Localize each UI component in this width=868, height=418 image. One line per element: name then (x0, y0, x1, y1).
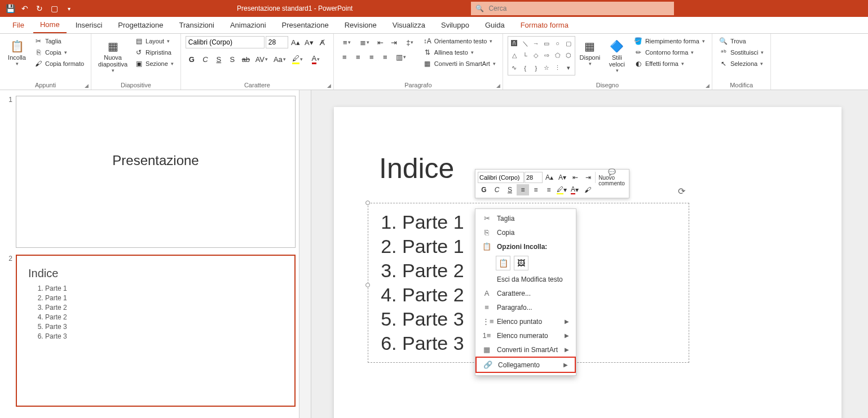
increase-indent-button[interactable]: ⇥ (388, 36, 400, 48)
shapes-gallery[interactable]: 🅰 ＼ → ▭ ○ ▢ △ └ ◇ ⇨ ⬠ ⬡ ∿ { } ☆ ⋮ ▾ (508, 36, 575, 75)
dialog-launcher-icon[interactable]: ◢ (327, 83, 331, 88)
tab-presentazione[interactable]: Presentazione (275, 17, 336, 33)
paste-button[interactable]: 📋 Incolla ▾ (5, 36, 29, 69)
dialog-launcher-icon[interactable]: ◢ (706, 83, 710, 88)
tab-revisione[interactable]: Revisione (338, 17, 384, 33)
ctx-cut[interactable]: ✂Taglia (475, 211, 576, 225)
ctx-copy[interactable]: ⎘Copia (475, 225, 576, 239)
thumbnail-2[interactable]: 2 Indice Parte 1 Parte 1 Parte 2 Parte 2… (3, 255, 296, 407)
shape-fill-button[interactable]: 🪣Riempimento forma▾ (632, 36, 707, 46)
shape-more-icon[interactable]: ⋮ (553, 62, 563, 74)
rotate-handle-icon[interactable]: ⟳ (678, 186, 685, 197)
select-button[interactable]: ↖Seleziona▾ (717, 59, 766, 69)
text-direction-button[interactable]: ↕AOrientamento testo▾ (421, 36, 498, 46)
search-box[interactable]: 🔍 (471, 2, 674, 15)
shape-line-icon[interactable]: ＼ (520, 38, 530, 50)
thumbnail-1[interactable]: 1 Presentazione (3, 96, 296, 248)
selection-handle[interactable] (365, 283, 370, 287)
quick-styles-button[interactable]: 🔷 Stili veloci▾ (605, 36, 629, 75)
dialog-launcher-icon[interactable]: ◢ (85, 83, 89, 88)
char-spacing-button[interactable]: AV▾ (253, 53, 270, 65)
mini-bold-button[interactable]: G (478, 184, 490, 195)
justify-button[interactable]: ≡ (379, 51, 391, 63)
slide-title-text[interactable]: Indice (379, 152, 454, 185)
line-spacing-button[interactable]: ‡▾ (402, 36, 418, 48)
underline-button[interactable]: S (213, 53, 225, 65)
tab-guida[interactable]: Guida (478, 17, 512, 33)
slide-thumbnails-panel[interactable]: 1 Presentazione 2 Indice Parte 1 Parte 1… (0, 90, 299, 418)
columns-button[interactable]: ▥▾ (393, 51, 409, 63)
shape-roundrect-icon[interactable]: ▢ (563, 38, 574, 50)
ctx-smartart[interactable]: ▦Converti in SmartArt▶ (475, 343, 576, 357)
ctx-font[interactable]: ACarattere... (475, 286, 576, 300)
slideshow-icon[interactable]: ▢ (47, 2, 61, 15)
mini-align-center-button[interactable]: ≡ (530, 184, 542, 195)
shape-curve-icon[interactable]: ∿ (509, 62, 519, 74)
paste-picture-icon[interactable]: 🖼 (514, 256, 528, 270)
mini-font-color-button[interactable]: A▾ (569, 184, 581, 195)
strikethrough-button[interactable]: ab (240, 53, 252, 65)
mini-new-comment-button[interactable]: 💬 Nuovo commento (595, 172, 627, 183)
mini-format-painter-button[interactable]: 🖌 (581, 184, 594, 195)
arrange-button[interactable]: ▦ Disponi▾ (578, 36, 602, 69)
layout-button[interactable]: ▤Layout▾ (132, 36, 176, 46)
shape-rect-icon[interactable]: ▭ (541, 38, 552, 50)
numbering-button[interactable]: ≣▾ (356, 36, 373, 48)
mini-indent-right-icon[interactable]: ⇥ (582, 172, 594, 183)
shadow-button[interactable]: S (226, 53, 239, 65)
tab-transizioni[interactable]: Transizioni (173, 17, 221, 33)
mini-increase-font-icon[interactable]: A▴ (543, 172, 556, 183)
shape-arrow-icon[interactable]: → (531, 38, 541, 50)
font-family-select[interactable] (186, 36, 265, 48)
shape-star-icon[interactable]: ☆ (541, 62, 552, 74)
mini-indent-left-icon[interactable]: ⇤ (569, 172, 581, 183)
change-case-button[interactable]: Aa▾ (271, 53, 288, 65)
bullets-button[interactable]: ≡▾ (338, 36, 355, 48)
qat-more-icon[interactable]: ▾ (62, 2, 76, 15)
shape-hexagon-icon[interactable]: ⬡ (563, 50, 574, 62)
mini-underline-button[interactable]: S (504, 184, 516, 195)
ctx-exit-edit-text[interactable]: Esci da Modifica testo (475, 273, 576, 286)
slide-canvas[interactable]: Indice ⟳ Parte 1 Parte 1 Parte 2 Parte 2… (334, 107, 841, 418)
convert-smartart-button[interactable]: ▦Converti in SmartArt▾ (421, 59, 498, 69)
tab-animazioni[interactable]: Animazioni (223, 17, 273, 33)
paste-keep-source-icon[interactable]: 📋 (496, 256, 510, 270)
dialog-launcher-icon[interactable]: ◢ (496, 83, 500, 88)
font-size-select[interactable] (266, 36, 288, 48)
slide-editor[interactable]: Indice ⟳ Parte 1 Parte 1 Parte 2 Parte 2… (311, 90, 868, 418)
shape-arrow2-icon[interactable]: ⇨ (541, 50, 552, 62)
tab-progettazione[interactable]: Progettazione (111, 17, 170, 33)
italic-button[interactable]: C (199, 53, 212, 65)
mini-size-select[interactable] (525, 172, 543, 183)
shape-callout-icon[interactable]: ◇ (531, 50, 541, 62)
tab-home[interactable]: Home (33, 17, 67, 33)
reset-button[interactable]: ↺Ripristina (132, 47, 176, 57)
highlight-button[interactable]: 🖊▾ (289, 53, 306, 65)
find-button[interactable]: 🔍Trova (717, 36, 766, 46)
tab-file[interactable]: File (6, 17, 31, 33)
shape-pentagon-icon[interactable]: ⬠ (553, 50, 563, 62)
redo-icon[interactable]: ↻ (33, 2, 46, 15)
cut-button[interactable]: ✂Taglia (32, 36, 86, 46)
shape-oval-icon[interactable]: ○ (553, 38, 563, 50)
section-button[interactable]: ▣Sezione▾ (132, 59, 176, 69)
clear-format-icon[interactable]: A̸ (316, 36, 329, 48)
mini-italic-button[interactable]: C (491, 184, 503, 195)
align-center-button[interactable]: ≡ (352, 51, 364, 63)
bold-button[interactable]: G (186, 53, 198, 65)
align-left-button[interactable]: ≡ (338, 51, 351, 63)
selected-text[interactable]: Parte 1 (402, 211, 464, 233)
replace-button[interactable]: ᵃᵇSostituisci▾ (717, 47, 766, 57)
shape-more2-icon[interactable]: ▾ (563, 62, 574, 74)
new-slide-button[interactable]: ▦ Nuova diapositiva ▾ (96, 36, 130, 75)
copy-button[interactable]: ⎘Copia▾ (32, 47, 86, 57)
shape-effects-button[interactable]: ◐Effetti forma▾ (632, 59, 707, 69)
tab-visualizza[interactable]: Visualizza (386, 17, 432, 33)
mini-align-left-button[interactable]: ≡ (517, 184, 529, 195)
ctx-paragraph[interactable]: ≡Paragrafo... (475, 300, 576, 314)
ctx-numbering[interactable]: 1≡Elenco numerato▶ (475, 328, 576, 343)
format-painter-button[interactable]: 🖌Copia formato (32, 59, 86, 69)
shape-brace-r-icon[interactable]: } (531, 62, 541, 74)
align-right-button[interactable]: ≡ (365, 51, 378, 63)
undo-icon[interactable]: ↶ (18, 2, 32, 15)
